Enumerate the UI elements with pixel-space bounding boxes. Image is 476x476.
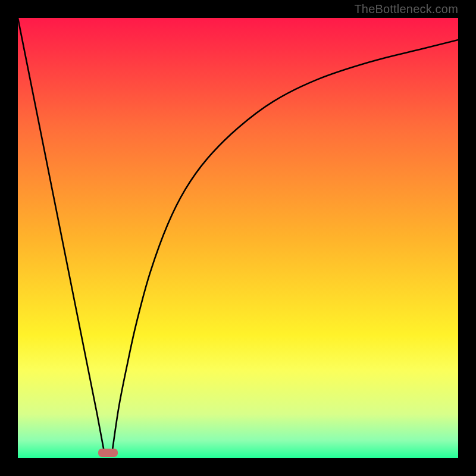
- chart-frame: TheBottleneck.com: [0, 0, 476, 476]
- bottleneck-marker: [98, 449, 118, 456]
- right-branch: [112, 40, 458, 449]
- plot-area: [18, 18, 458, 458]
- watermark-text: TheBottleneck.com: [354, 2, 458, 16]
- curve-layer: [18, 18, 458, 458]
- left-branch: [18, 18, 104, 449]
